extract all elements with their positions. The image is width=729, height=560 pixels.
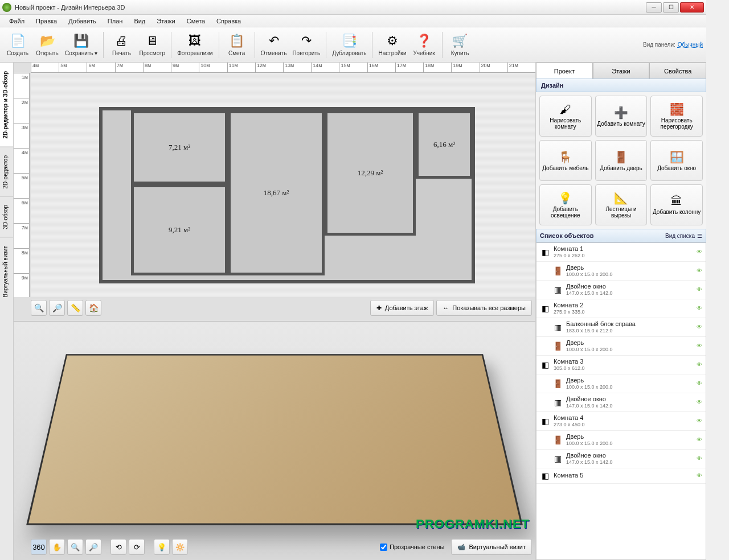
visibility-icon[interactable]: 👁 (697, 472, 702, 479)
object-item-window[interactable]: ▥Балконный блок справа183.0 x 15.0 x 212… (536, 318, 706, 337)
toolbar-estimate[interactable]: 📋Смета (223, 29, 251, 61)
zoom-in-icon[interactable]: 🔎 (49, 300, 65, 316)
right-panel: ПроектЭтажиСвойства Дизайн 🖌Нарисовать к… (535, 63, 706, 560)
toolbar-save[interactable]: 💾Сохранить ▾ (63, 29, 100, 61)
design-btn[interactable]: 🪑Добавить мебель (539, 140, 592, 181)
object-item-door[interactable]: 🚪Дверь100.0 x 15.0 x 200.0👁 (536, 262, 706, 281)
zoom-out-icon[interactable]: 🔍 (31, 300, 47, 316)
reset-view-icon[interactable]: ⟳ (129, 539, 145, 555)
object-item-door[interactable]: 🚪Дверь100.0 x 15.0 x 200.0👁 (536, 374, 706, 393)
rotate-icon[interactable]: ⟲ (110, 539, 126, 555)
menu-Этажи[interactable]: Этажи (151, 16, 181, 26)
room[interactable]: 12,29 м² (325, 110, 416, 236)
window-icon: ▥ (552, 454, 563, 464)
room[interactable]: 6,16 м² (416, 110, 473, 179)
left-tab-3[interactable]: Виртуальный визит (0, 237, 13, 306)
menu-Смета[interactable]: Смета (181, 16, 211, 26)
visibility-icon[interactable]: 👁 (697, 267, 702, 274)
left-tab-1[interactable]: 2D-редактор (0, 147, 13, 197)
minimize-button[interactable]: ─ (646, 2, 662, 13)
object-item-window[interactable]: ▥Двойное окно147.0 x 15.0 x 142.0👁 (536, 450, 706, 468)
toolbar-open[interactable]: 📂Открыть (33, 29, 62, 61)
light-icon[interactable]: 💡 (154, 539, 170, 555)
toolbar-buy[interactable]: 🛒Купить (446, 29, 474, 61)
visibility-icon[interactable]: 👁 (697, 380, 702, 386)
design-btn[interactable]: 📐Лестницы и вырезы (595, 184, 648, 225)
orbit-icon[interactable]: 360 (31, 539, 47, 555)
design-btn[interactable]: 💡Добавить освещение (539, 184, 592, 225)
room[interactable]: 9,21 м² (131, 184, 228, 275)
left-tab-0[interactable]: 2D-редактор и 3D-обзор (0, 63, 13, 147)
maximize-button[interactable]: ☐ (663, 2, 679, 13)
design-btn[interactable]: ➕Добавить комнату (595, 96, 648, 137)
add-floor-button[interactable]: ✚Добавить этаж (370, 300, 434, 316)
object-list[interactable]: ◧Комната 1275.0 x 262.0👁🚪Дверь100.0 x 15… (536, 242, 706, 560)
menu-Правка[interactable]: Правка (30, 16, 63, 26)
toolbar-help[interactable]: ❓Учебник (410, 29, 439, 61)
visibility-icon[interactable]: 👁 (697, 361, 702, 368)
right-tab-Свойства[interactable]: Свойства (649, 63, 706, 79)
menu-План[interactable]: План (102, 16, 129, 26)
object-item-window[interactable]: ▥Двойное окно147.0 x 15.0 x 142.0👁 (536, 393, 706, 412)
design-btn[interactable]: 🚪Добавить дверь (595, 140, 648, 181)
toolbar-undo[interactable]: ↶Отменить (259, 29, 289, 61)
room[interactable]: 7,21 м² (131, 110, 228, 184)
object-item-room[interactable]: ◧Комната 1275.0 x 262.0👁 (536, 243, 706, 262)
object-item-room[interactable]: ◧Комната 2275.0 x 335.0👁 (536, 299, 706, 318)
house-3d-model (26, 355, 523, 525)
list-view-toggle[interactable]: Вид списка ☰ (665, 233, 702, 239)
object-item-room[interactable]: ◧Комната 5👁 (536, 468, 706, 484)
design-btn[interactable]: 🪟Добавить окно (650, 140, 703, 181)
zoom-out-3d-icon[interactable]: 🔍 (67, 539, 83, 555)
visibility-icon[interactable]: 👁 (697, 324, 702, 330)
toolbar-preview[interactable]: 🖥Просмотр (137, 29, 167, 61)
view-mode-link[interactable]: Обычный (678, 42, 703, 48)
right-tab-Этажи[interactable]: Этажи (593, 63, 650, 79)
design-btn[interactable]: 🧱Нарисовать перегородку (650, 96, 703, 137)
object-item-room[interactable]: ◧Комната 3305.0 x 612.0👁 (536, 356, 706, 374)
room[interactable]: 18,67 м² (228, 110, 325, 275)
visibility-icon[interactable]: 👁 (697, 437, 702, 443)
door-icon: 🚪 (552, 341, 563, 351)
toolbar-print[interactable]: 🖨Печать (107, 29, 136, 61)
measure-icon[interactable]: 📏 (67, 300, 83, 316)
pan-icon[interactable]: ✋ (49, 539, 65, 555)
toolbar-settings[interactable]: ⚙Настройки (376, 29, 408, 61)
menu-Добавить[interactable]: Добавить (63, 16, 102, 26)
menu-Вид[interactable]: Вид (128, 16, 151, 26)
visibility-icon[interactable]: 👁 (697, 305, 702, 311)
zoom-in-3d-icon[interactable]: 🔎 (85, 539, 101, 555)
object-item-door[interactable]: 🚪Дверь100.0 x 15.0 x 200.0👁 (536, 431, 706, 450)
toolbar-photo[interactable]: 🖼Фотореализм (175, 29, 215, 61)
visibility-icon[interactable]: 👁 (697, 249, 702, 255)
transparent-walls-checkbox[interactable]: Прозрачные стены (380, 543, 444, 551)
right-tab-Проект[interactable]: Проект (536, 63, 593, 79)
object-list-header: Список объектов Вид списка ☰ (536, 229, 706, 242)
show-dimensions-button[interactable]: ↔Показывать все размеры (436, 300, 532, 316)
plan-2d-area[interactable]: 4м5м6м7м8м9м10м11м12м13м14м15м16м17м18м1… (14, 63, 535, 321)
toolbar-redo[interactable]: ↷Повторить (290, 29, 322, 61)
toolbar-dup[interactable]: 📑Дублировать (330, 29, 368, 61)
design-btn[interactable]: 🖌Нарисовать комнату (539, 96, 592, 137)
object-item-room[interactable]: ◧Комната 4273.0 x 450.0👁 (536, 412, 706, 431)
design-btn[interactable]: 🏛Добавить колонну (650, 184, 703, 225)
visibility-icon[interactable]: 👁 (697, 286, 702, 293)
floorplan-canvas[interactable]: 7,21 м²9,21 м²18,67 м²12,29 м²6,16 м² (31, 73, 535, 297)
visibility-icon[interactable]: 👁 (697, 418, 702, 424)
home-icon[interactable]: 🏠 (85, 300, 101, 316)
transparent-walls-input[interactable] (380, 543, 387, 551)
visibility-icon[interactable]: 👁 (697, 399, 702, 405)
bulb-icon[interactable]: 🔆 (172, 539, 188, 555)
redo-icon: ↷ (298, 33, 314, 49)
object-item-door[interactable]: 🚪Дверь100.0 x 15.0 x 200.0👁 (536, 337, 706, 356)
close-button[interactable]: ✕ (680, 2, 704, 13)
visibility-icon[interactable]: 👁 (697, 343, 702, 349)
view3d-tools: 360 ✋ 🔍 🔎 ⟲ ⟳ 💡 🔆 Прозрачные стены 📹Вирт… (31, 537, 532, 557)
left-tab-2[interactable]: 3D-обзор (0, 196, 13, 237)
visibility-icon[interactable]: 👁 (697, 455, 702, 462)
menu-Справка[interactable]: Справка (211, 16, 247, 26)
object-item-window[interactable]: ▥Двойное окно147.0 x 15.0 x 142.0👁 (536, 281, 706, 299)
virtual-visit-button[interactable]: 📹Виртуальный визит (451, 539, 532, 555)
menu-Файл[interactable]: Файл (3, 16, 30, 26)
toolbar-new[interactable]: 📄Создать (3, 29, 32, 61)
